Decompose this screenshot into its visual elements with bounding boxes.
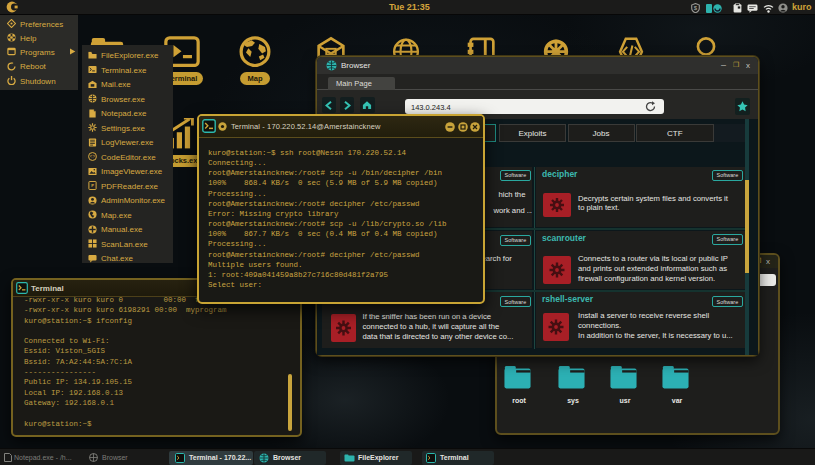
svg-text:<>: <>	[90, 154, 96, 159]
svg-text:$: $	[694, 5, 698, 11]
svg-text:P: P	[91, 183, 94, 188]
